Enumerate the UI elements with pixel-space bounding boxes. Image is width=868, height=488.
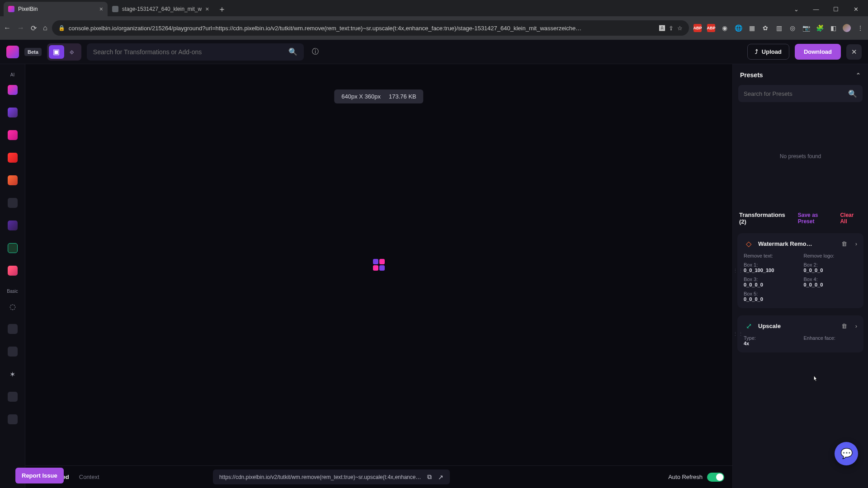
auto-refresh-toggle[interactable] — [707, 473, 724, 482]
extension-icon[interactable]: ▥ — [775, 24, 783, 32]
rail-basic-2[interactable] — [5, 321, 21, 337]
rail-tool-2[interactable] — [5, 104, 21, 121]
address-bar[interactable]: 🔒 console.pixelbin.io/organization/21526… — [52, 20, 689, 36]
mode-image-button[interactable]: ▣ — [49, 45, 64, 59]
info-icon[interactable]: ⓘ — [312, 47, 319, 56]
param-label: Type: — [744, 335, 756, 341]
mode-code-button[interactable]: ⟐ — [64, 45, 80, 59]
translate-icon[interactable]: 🅰 — [659, 25, 665, 32]
upscale-icon: ⤢ — [744, 321, 754, 331]
presets-header[interactable]: Presets ⌃ — [733, 64, 868, 83]
canvas: 640px X 360px 173.76 KB Transformed Cont… — [25, 64, 732, 488]
clear-all-link[interactable]: Clear All — [840, 212, 862, 225]
upload-button[interactable]: ⤴ Upload — [747, 44, 789, 60]
avatar[interactable] — [843, 24, 851, 32]
open-external-icon[interactable]: ↗ — [438, 474, 443, 481]
preset-search-input[interactable] — [744, 90, 848, 97]
param-value: 0_0_0_0 — [804, 282, 823, 287]
browser-tab[interactable]: stage-1531427_640_klein_mit_w × — [108, 2, 213, 16]
param-label: Box 1: — [744, 262, 758, 267]
home-icon[interactable]: ⌂ — [43, 24, 47, 32]
extension-icon[interactable]: ✿ — [761, 24, 769, 32]
presets-title: Presets — [740, 71, 763, 79]
delete-icon[interactable]: 🗑 — [841, 240, 847, 247]
rail-basic-5[interactable] — [5, 389, 21, 405]
extension-icon[interactable]: ◎ — [788, 24, 797, 32]
param-label: Remove text: — [744, 253, 773, 258]
rail-tool-5[interactable] — [5, 172, 21, 188]
rail-basic-1[interactable]: ◌ — [5, 298, 21, 314]
browser-tab-active[interactable]: PixelBin × — [4, 2, 108, 16]
rail-tool-7[interactable] — [5, 217, 21, 234]
transformation-card-watermark[interactable]: ⋮⋮ ◇ Watermark Remo… 🗑 › Remove text: Re… — [737, 233, 863, 308]
drag-handle-icon[interactable]: ⋮⋮ — [733, 331, 744, 337]
card-params: Remove text: Remove logo: Box 1:0_0_100_… — [744, 253, 857, 302]
logo-icon[interactable] — [6, 46, 19, 58]
extensions-menu-icon[interactable]: 🧩 — [816, 24, 824, 32]
rail-tool-1[interactable] — [5, 82, 21, 98]
rail-tool-6[interactable] — [5, 195, 21, 211]
back-icon[interactable]: ← — [4, 24, 11, 32]
chevron-right-icon[interactable]: › — [855, 323, 857, 329]
extension-icon[interactable]: 📷 — [802, 24, 810, 32]
preset-search[interactable]: 🔍 — [738, 85, 863, 102]
close-icon[interactable]: × — [205, 5, 209, 13]
param-label: Enhance face: — [804, 335, 835, 341]
url-chip: https://cdn.pixelbin.io/v2/tutkit/wm.rem… — [213, 469, 450, 484]
rail-basic-3[interactable] — [5, 343, 21, 360]
card-title: Upscale — [758, 323, 837, 329]
copy-icon[interactable]: ⧉ — [427, 473, 432, 481]
lock-icon: 🔒 — [58, 25, 65, 31]
rail-tool-4[interactable] — [5, 150, 21, 166]
search-input[interactable] — [93, 48, 284, 56]
rail-tool-3[interactable] — [5, 127, 21, 143]
new-tab-button[interactable]: ＋ — [213, 2, 231, 16]
rail-tool-8[interactable] — [5, 240, 21, 256]
drag-handle-icon[interactable]: ⋮⋮ — [733, 268, 744, 274]
download-button[interactable]: Download — [795, 44, 841, 60]
chevron-down-icon[interactable]: ⌄ — [787, 6, 806, 13]
share-icon[interactable]: ⇪ — [669, 25, 674, 32]
favicon-icon — [8, 6, 14, 12]
kebab-icon[interactable]: ⋮ — [856, 24, 864, 32]
close-panel-button[interactable]: ✕ — [846, 44, 862, 60]
chevron-up-icon[interactable]: ⌃ — [856, 72, 861, 79]
rail-basic-6[interactable] — [5, 411, 21, 427]
transform-search[interactable]: 🔍 — [87, 43, 304, 61]
abp-icon[interactable]: ABP — [693, 24, 702, 32]
param-label: Box 3: — [744, 277, 758, 282]
close-icon[interactable]: ✕ — [846, 6, 865, 13]
rail-section-basic: Basic — [7, 289, 18, 294]
report-issue-button[interactable]: Report Issue — [15, 468, 64, 483]
browser-chrome: PixelBin × stage-1531427_640_klein_mit_w… — [0, 0, 868, 40]
transformation-card-upscale[interactable]: ⋮⋮ ⤢ Upscale 🗑 › Type:4x Enhance face: — [737, 315, 863, 352]
loading-icon — [373, 259, 385, 271]
reload-icon[interactable]: ⟳ — [31, 24, 37, 33]
chat-fab[interactable]: 💬 — [835, 442, 858, 465]
rail-basic-4[interactable]: ✶ — [5, 366, 21, 382]
forward-icon[interactable]: → — [17, 24, 24, 32]
save-as-preset-link[interactable]: Save as Preset — [798, 212, 836, 225]
beta-badge: Beta — [24, 48, 42, 56]
search-icon[interactable]: 🔍 — [288, 47, 297, 56]
right-panel: Presets ⌃ 🔍 No presets found Transformat… — [732, 64, 868, 488]
tab-context[interactable]: Context — [79, 474, 99, 480]
sidepanel-icon[interactable]: ◧ — [829, 24, 837, 32]
extension-icon[interactable]: ◉ — [721, 24, 729, 32]
param-value: 4x — [744, 341, 749, 346]
url-text: console.pixelbin.io/organization/215264/… — [69, 25, 656, 32]
extension-icons: ABP ABP ◉ 🌐 ▦ ✿ ▥ ◎ 📷 🧩 ◧ ⋮ — [693, 24, 864, 32]
extension-icon[interactable]: ▦ — [748, 24, 756, 32]
delete-icon[interactable]: 🗑 — [841, 323, 847, 329]
close-icon[interactable]: × — [99, 5, 103, 13]
rail-tool-9[interactable] — [5, 263, 21, 279]
app-body: AI Basic ◌ ✶ 640px X 360px 173.76 KB — [0, 64, 868, 488]
param-value: 0_0_100_100 — [744, 267, 774, 273]
minimize-icon[interactable]: — — [807, 6, 826, 13]
star-icon[interactable]: ☆ — [677, 25, 683, 32]
maximize-icon[interactable]: ☐ — [826, 6, 845, 13]
search-icon[interactable]: 🔍 — [848, 89, 857, 98]
chevron-right-icon[interactable]: › — [855, 240, 857, 247]
abp-icon[interactable]: ABP — [707, 24, 715, 32]
extension-icon[interactable]: 🌐 — [734, 24, 742, 32]
